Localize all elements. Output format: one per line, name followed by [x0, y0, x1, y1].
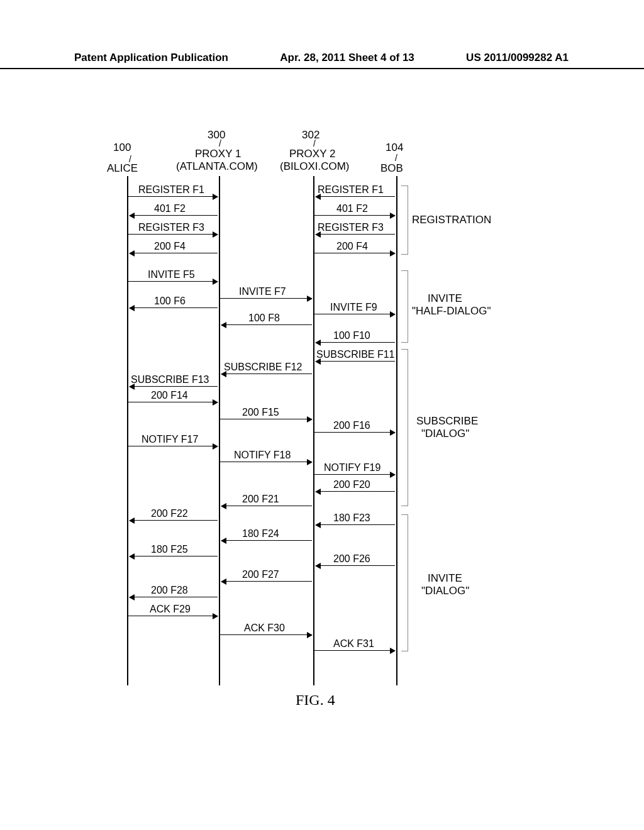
lifeline-proxy1	[219, 176, 220, 685]
arrow	[128, 402, 218, 402]
actor-bob-name: BOB	[380, 162, 403, 175]
msg-200-f16: 200 F16	[333, 420, 370, 431]
arrow	[314, 432, 395, 433]
msg-ack-f29: ACK F29	[150, 604, 191, 615]
arrow	[316, 565, 395, 566]
arrow	[130, 307, 218, 308]
phase-subscribe-b: "DIALOG"	[421, 428, 469, 440]
msg-ack-f30: ACK F30	[244, 622, 285, 634]
actor-alice-ref: 100	[113, 141, 131, 154]
msg-200-f20: 200 F20	[333, 479, 370, 490]
msg-notify-f19: NOTIFY F19	[324, 462, 380, 473]
msg-200-f21: 200 F21	[242, 494, 279, 505]
lifeline-bob	[396, 176, 397, 685]
phase-subscribe-a: SUBSCRIBE	[416, 415, 478, 428]
msg-180-f23: 180 F23	[333, 512, 370, 524]
phase-invite-half-b: "HALF-DIALOG"	[412, 305, 491, 318]
arrow	[130, 520, 218, 521]
actor-proxy1-ref: 300	[208, 129, 225, 141]
arrow	[220, 419, 312, 419]
phase-invite-half-a: INVITE	[428, 292, 462, 305]
header-right: US 2011/0099282 A1	[466, 52, 569, 64]
sequence-diagram: 100 / ALICE 300 / PROXY 1 (ATLANTA.COM) …	[119, 119, 560, 698]
msg-180-f25: 180 F25	[151, 544, 188, 555]
phase-brace-registration	[401, 185, 408, 255]
msg-register-f3-b: REGISTER F3	[318, 222, 384, 233]
arrow	[316, 196, 395, 197]
arrow	[316, 524, 395, 525]
msg-200-f4-a: 200 F4	[154, 241, 186, 252]
phase-registration: REGISTRATION	[412, 214, 491, 226]
arrow	[314, 253, 395, 253]
arrow	[220, 298, 312, 299]
msg-200-f26: 200 F26	[333, 553, 370, 565]
phase-brace-subscribe	[401, 349, 408, 506]
msg-180-f24: 180 F24	[242, 528, 279, 540]
msg-100-f10: 100 F10	[333, 330, 370, 341]
arrow	[128, 196, 218, 197]
arrow	[316, 234, 395, 235]
phase-brace-invite-dialog	[401, 514, 408, 651]
msg-200-f22: 200 F22	[151, 508, 188, 519]
msg-200-f14: 200 F14	[151, 390, 188, 401]
arrow	[221, 324, 312, 325]
arrow	[130, 597, 218, 597]
arrow	[130, 215, 218, 216]
arrow	[221, 540, 312, 541]
msg-subscribe-f11: SUBSCRIBE F11	[316, 349, 394, 360]
msg-200-f27: 200 F27	[242, 569, 279, 580]
arrow	[221, 374, 312, 374]
msg-notify-f17: NOTIFY F17	[142, 434, 198, 445]
arrow	[128, 234, 218, 235]
arrow	[130, 386, 218, 387]
msg-ack-f31: ACK F31	[333, 638, 374, 650]
tick-mark: /	[313, 138, 316, 148]
msg-200-f4-b: 200 F4	[336, 241, 368, 252]
arrow	[314, 474, 395, 475]
actor-proxy1-name: PROXY 1	[195, 148, 241, 160]
arrow	[316, 361, 395, 362]
arrow	[316, 491, 395, 492]
arrow	[221, 581, 312, 582]
msg-invite-f7: INVITE F7	[239, 286, 286, 297]
msg-register-f3-a: REGISTER F3	[138, 222, 204, 233]
page-header: Patent Application Publication Apr. 28, …	[0, 52, 644, 69]
actor-proxy2-name: PROXY 2	[289, 148, 335, 160]
msg-100-f6: 100 F6	[154, 296, 186, 307]
arrow	[314, 314, 395, 314]
msg-invite-f9: INVITE F9	[330, 302, 377, 313]
msg-subscribe-f13: SUBSCRIBE F13	[131, 374, 209, 385]
phase-brace-invite-half	[401, 270, 408, 343]
msg-subscribe-f12: SUBSCRIBE F12	[224, 362, 302, 373]
actor-alice-name: ALICE	[107, 162, 138, 175]
arrow	[316, 342, 395, 343]
msg-401-f2-a: 401 F2	[154, 203, 186, 214]
msg-200-f15: 200 F15	[242, 407, 279, 418]
header-center: Apr. 28, 2011 Sheet 4 of 13	[280, 52, 414, 64]
msg-register-f1-a: REGISTER F1	[138, 184, 204, 196]
arrow	[128, 446, 218, 446]
msg-200-f28: 200 F28	[151, 585, 188, 596]
actor-proxy1-sub: (ATLANTA.COM)	[176, 160, 258, 173]
tick-mark: /	[395, 153, 397, 163]
tick-mark: /	[219, 138, 221, 148]
msg-register-f1-b: REGISTER F1	[318, 184, 384, 196]
arrow	[130, 253, 218, 253]
arrow	[314, 215, 395, 216]
arrow	[314, 650, 395, 651]
figure-caption: FIG. 4	[296, 692, 335, 709]
arrow	[128, 616, 218, 616]
arrow	[220, 634, 312, 635]
msg-401-f2-b: 401 F2	[336, 203, 368, 214]
patent-page: Patent Application Publication Apr. 28, …	[0, 0, 644, 830]
lifeline-alice	[127, 176, 128, 685]
phase-invite-dialog-a: INVITE	[428, 572, 462, 585]
actor-proxy2-ref: 302	[302, 129, 319, 141]
arrow	[221, 506, 312, 506]
msg-notify-f18: NOTIFY F18	[234, 450, 291, 461]
phase-invite-dialog-b: "DIALOG"	[421, 585, 469, 597]
header-left: Patent Application Publication	[74, 52, 228, 64]
msg-100-f8: 100 F8	[248, 313, 280, 324]
arrow	[220, 462, 312, 462]
arrow	[130, 556, 218, 556]
